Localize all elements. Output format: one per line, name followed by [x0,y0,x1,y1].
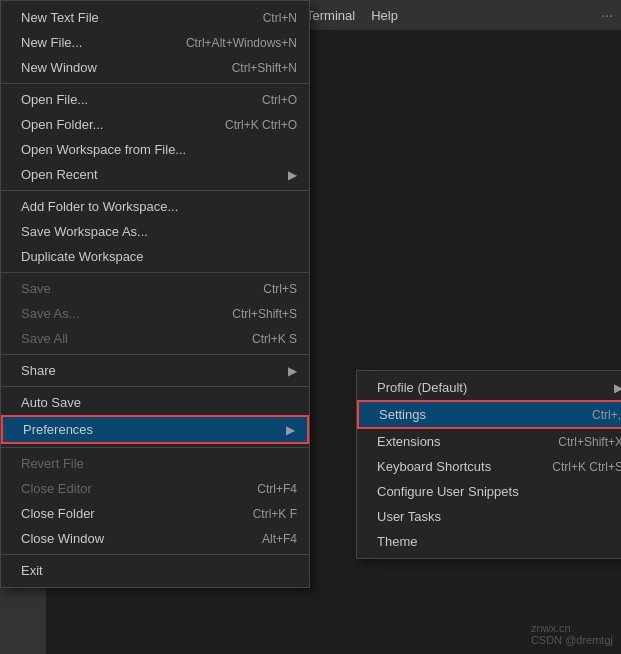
menu-add-folder[interactable]: Add Folder to Workspace... [1,194,309,219]
menu-duplicate-workspace[interactable]: Duplicate Workspace [1,244,309,269]
watermark: znwx.cn CSDN @dremtgj [531,622,613,646]
menu-sep-1 [1,83,309,84]
menu-exit[interactable]: Exit [1,558,309,583]
menu-save-as: Save As... Ctrl+Shift+S [1,301,309,326]
menu-close-window[interactable]: Close Window Alt+F4 [1,526,309,551]
menu-open-folder[interactable]: Open Folder... Ctrl+K Ctrl+O [1,112,309,137]
menu-open-file[interactable]: Open File... Ctrl+O [1,87,309,112]
menu-close-editor: Close Editor Ctrl+F4 [1,476,309,501]
submenu-theme[interactable]: Theme [357,529,621,554]
menu-sep-4 [1,354,309,355]
menu-preferences[interactable]: Preferences ▶ [1,415,309,444]
watermark-line1: znwx.cn [531,622,613,634]
menu-save-all: Save All Ctrl+K S [1,326,309,351]
submenu-user-tasks[interactable]: User Tasks [357,504,621,529]
preferences-submenu: Profile (Default) ▶ Settings Ctrl+, Exte… [356,370,621,559]
more-button[interactable]: ... [601,4,613,20]
submenu-extensions[interactable]: Extensions Ctrl+Shift+X [357,429,621,454]
menu-sep-6 [1,447,309,448]
menu-close-folder[interactable]: Close Folder Ctrl+K F [1,501,309,526]
menubar-help[interactable]: Help [363,4,406,27]
menu-save: Save Ctrl+S [1,276,309,301]
submenu-settings[interactable]: Settings Ctrl+, [357,400,621,429]
menu-open-recent[interactable]: Open Recent ▶ [1,162,309,187]
menu-new-window[interactable]: New Window Ctrl+Shift+N [1,55,309,80]
submenu-keyboard-shortcuts[interactable]: Keyboard Shortcuts Ctrl+K Ctrl+S [357,454,621,479]
file-menu: New Text File Ctrl+N New File... Ctrl+Al… [0,0,310,588]
menu-sep-2 [1,190,309,191]
menu-sep-7 [1,554,309,555]
menu-auto-save[interactable]: Auto Save [1,390,309,415]
menu-revert-file: Revert File [1,451,309,476]
menu-new-text-file[interactable]: New Text File Ctrl+N [1,5,309,30]
menu-share[interactable]: Share ▶ [1,358,309,383]
menu-sep-3 [1,272,309,273]
submenu-configure-snippets[interactable]: Configure User Snippets [357,479,621,504]
menu-sep-5 [1,386,309,387]
watermark-line2: CSDN @dremtgj [531,634,613,646]
menu-new-file[interactable]: New File... Ctrl+Alt+Windows+N [1,30,309,55]
menu-save-workspace-as[interactable]: Save Workspace As... [1,219,309,244]
submenu-profile[interactable]: Profile (Default) ▶ [357,375,621,400]
menu-open-workspace[interactable]: Open Workspace from File... [1,137,309,162]
